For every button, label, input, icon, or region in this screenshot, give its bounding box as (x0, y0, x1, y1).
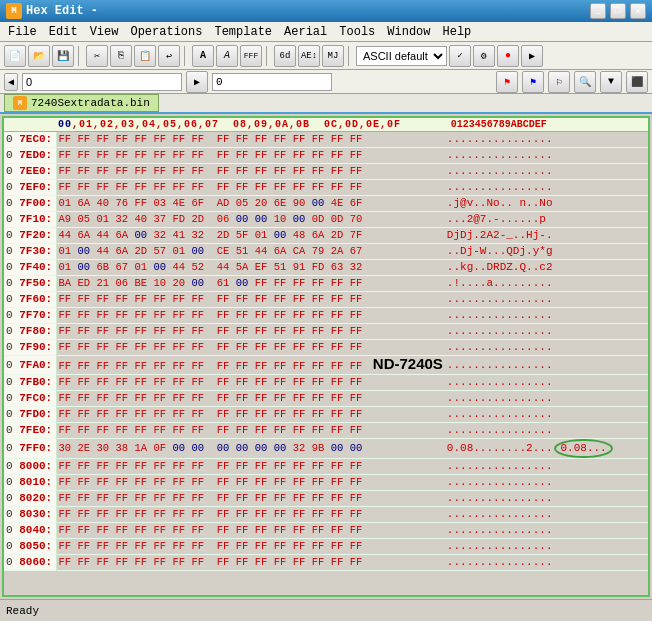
table-row: 0 7F40:01006B6701004452 445AEF5191FD6332… (4, 260, 648, 276)
menubar-item-tools[interactable]: Tools (333, 23, 381, 41)
row-ascii: 0.08........2...0.08... (445, 439, 648, 459)
encoding-go-button[interactable]: ✓ (449, 45, 471, 67)
ae-button[interactable]: AE↕ (298, 45, 320, 67)
italic-a-button[interactable]: A (216, 45, 238, 67)
arrow-right-button[interactable]: ▶ (186, 71, 208, 93)
flag1-button[interactable]: ⚑ (496, 71, 518, 93)
row-hex[interactable]: FFFFFFFFFFFFFFFF FFFFFFFFFFFFFFFF (56, 475, 445, 491)
row-address: 0 7F10: (4, 212, 56, 228)
row-ascii: ................ (445, 523, 648, 539)
save-button[interactable]: 💾 (52, 45, 74, 67)
main-content: 00,01,02,03,04,05,06,07 08,09,0A,0B 0C,0… (0, 114, 652, 599)
menubar-item-file[interactable]: File (2, 23, 43, 41)
row-hex[interactable]: 01006B6701004452 445AEF5191FD6332 (56, 260, 445, 276)
menubar-item-help[interactable]: Help (437, 23, 478, 41)
row-address: 0 8050: (4, 539, 56, 555)
row-hex[interactable]: FFFFFFFFFFFFFFFF FFFFFFFFFFFFFFFF (56, 391, 445, 407)
row-hex[interactable]: FFFFFFFFFFFFFFFF FFFFFFFFFFFFFFFF (56, 407, 445, 423)
encoding-select[interactable]: ASCII default (356, 46, 447, 66)
export-button[interactable]: ⬛ (626, 71, 648, 93)
arrow-left-button[interactable]: ◀ (4, 73, 18, 91)
menubar-item-template[interactable]: Template (208, 23, 278, 41)
menubar-item-window[interactable]: Window (381, 23, 436, 41)
file-tab[interactable]: M 7240Sextradata.bin (4, 94, 159, 112)
table-row: 0 7FA0:FFFFFFFFFFFFFFFF FFFFFFFFFFFFFFFF… (4, 356, 648, 375)
row-hex[interactable]: FFFFFFFFFFFFFFFF FFFFFFFFFFFFFFFFND-7240… (56, 356, 445, 375)
row-address: 0 7F20: (4, 228, 56, 244)
mj-button[interactable]: MJ (322, 45, 344, 67)
row-hex[interactable]: A90501324037FD2D 06000010000D0D70 (56, 212, 445, 228)
copy-button[interactable]: ⎘ (110, 45, 132, 67)
hex-table: 00,01,02,03,04,05,06,07 08,09,0A,0B 0C,0… (4, 118, 648, 571)
search-button[interactable]: 🔍 (574, 71, 596, 93)
row-address: 0 7EE0: (4, 164, 56, 180)
col-header-row: 00,01,02,03,04,05,06,07 08,09,0A,0B 0C,0… (4, 118, 648, 132)
row-hex[interactable]: FFFFFFFFFFFFFFFF FFFFFFFFFFFFFFFF (56, 555, 445, 571)
hex-area[interactable]: 00,01,02,03,04,05,06,07 08,09,0A,0B 0C,0… (2, 116, 650, 597)
row-hex[interactable]: 446A446A00324132 2D5F0100486A2D7F (56, 228, 445, 244)
menubar-item-operations[interactable]: Operations (124, 23, 208, 41)
minimize-button[interactable]: _ (590, 3, 606, 19)
table-row: 0 7EC0:FFFFFFFFFFFFFFFF FFFFFFFFFFFFFFFF… (4, 132, 648, 148)
offset-input[interactable] (22, 73, 182, 91)
fff-button[interactable]: FFF (240, 45, 262, 67)
settings-button[interactable]: ⚙ (473, 45, 495, 67)
table-row: 0 7F10:A90501324037FD2D 06000010000D0D70… (4, 212, 648, 228)
flag3-button[interactable]: ⚐ (548, 71, 570, 93)
flag2-button[interactable]: ⚑ (522, 71, 544, 93)
table-row: 0 7FD0:FFFFFFFFFFFFFFFF FFFFFFFFFFFFFFFF… (4, 407, 648, 423)
table-row: 0 8010:FFFFFFFFFFFFFFFF FFFFFFFFFFFFFFFF… (4, 475, 648, 491)
undo-button[interactable]: ↩ (158, 45, 180, 67)
menubar-item-view[interactable]: View (84, 23, 125, 41)
row-hex[interactable]: FFFFFFFFFFFFFFFF FFFFFFFFFFFFFFFF (56, 340, 445, 356)
row-hex[interactable]: FFFFFFFFFFFFFFFF FFFFFFFFFFFFFFFF (56, 491, 445, 507)
row-ascii: ...2@7.-......p (445, 212, 648, 228)
record-button[interactable]: ● (497, 45, 519, 67)
new-button[interactable]: 📄 (4, 45, 26, 67)
row-address: 0 8060: (4, 555, 56, 571)
row-hex[interactable]: FFFFFFFFFFFFFFFF FFFFFFFFFFFFFFFF (56, 539, 445, 555)
paste-button[interactable]: 📋 (134, 45, 156, 67)
row-hex[interactable]: FFFFFFFFFFFFFFFF FFFFFFFFFFFFFFFF (56, 308, 445, 324)
row-hex[interactable]: FFFFFFFFFFFFFFFF FFFFFFFFFFFFFFFF (56, 132, 445, 148)
separator2 (184, 46, 188, 66)
row-hex[interactable]: FFFFFFFFFFFFFFFF FFFFFFFFFFFFFFFF (56, 324, 445, 340)
row-ascii: ..Dj-W...QDj.y*g (445, 244, 648, 260)
row-hex[interactable]: FFFFFFFFFFFFFFFF FFFFFFFFFFFFFFFF (56, 423, 445, 439)
maximize-button[interactable]: □ (610, 3, 626, 19)
filter-button[interactable]: ▼ (600, 71, 622, 93)
menubar-item-edit[interactable]: Edit (43, 23, 84, 41)
row-hex[interactable]: FFFFFFFFFFFFFFFF FFFFFFFFFFFFFFFF (56, 507, 445, 523)
table-row: 0 8000:FFFFFFFFFFFFFFFF FFFFFFFFFFFFFFFF… (4, 459, 648, 475)
toolbar2: ◀ ▶ 0 ⚑ ⚑ ⚐ 🔍 ▼ ⬛ (0, 70, 652, 94)
row-hex[interactable]: BAED2106BE102000 6100FFFFFFFFFFFF (56, 276, 445, 292)
close-button[interactable]: ✕ (630, 3, 646, 19)
statusbar: Ready (0, 599, 652, 621)
row-address: 0 8020: (4, 491, 56, 507)
row-hex[interactable]: 302E30381A0F0000 00000000329B0000 (56, 439, 445, 459)
next-button[interactable]: ▶ (521, 45, 543, 67)
row-hex[interactable]: 016A4076FF034E6F AD05206E90004E6F (56, 196, 445, 212)
open-button[interactable]: 📂 (28, 45, 50, 67)
row-address: 0 7FB0: (4, 375, 56, 391)
table-row: 0 7FC0:FFFFFFFFFFFFFFFF FFFFFFFFFFFFFFFF… (4, 391, 648, 407)
row-hex[interactable]: FFFFFFFFFFFFFFFF FFFFFFFFFFFFFFFF (56, 180, 445, 196)
row-hex[interactable]: FFFFFFFFFFFFFFFF FFFFFFFFFFFFFFFF (56, 164, 445, 180)
col-header-hex: 00,01,02,03,04,05,06,07 08,09,0A,0B 0C,0… (56, 118, 445, 132)
bold-a-button[interactable]: A (192, 45, 214, 67)
6d-button[interactable]: 6d (274, 45, 296, 67)
row-ascii: ................ (445, 475, 648, 491)
row-address: 0 7F40: (4, 260, 56, 276)
row-hex[interactable]: FFFFFFFFFFFFFFFF FFFFFFFFFFFFFFFF (56, 459, 445, 475)
menubar-item-aerial[interactable]: Aerial (278, 23, 333, 41)
row-hex[interactable]: FFFFFFFFFFFFFFFF FFFFFFFFFFFFFFFF (56, 148, 445, 164)
cut-button[interactable]: ✂ (86, 45, 108, 67)
table-row: 0 7F20:446A446A00324132 2D5F0100486A2D7F… (4, 228, 648, 244)
row-hex[interactable]: 0100446A2D570100 CE51446ACA792A67 (56, 244, 445, 260)
table-row: 0 7F60:FFFFFFFFFFFFFFFF FFFFFFFFFFFFFFFF… (4, 292, 648, 308)
row-hex[interactable]: FFFFFFFFFFFFFFFF FFFFFFFFFFFFFFFF (56, 523, 445, 539)
row-ascii: ................ (445, 491, 648, 507)
table-row: 0 8030:FFFFFFFFFFFFFFFF FFFFFFFFFFFFFFFF… (4, 507, 648, 523)
row-hex[interactable]: FFFFFFFFFFFFFFFF FFFFFFFFFFFFFFFF (56, 292, 445, 308)
row-hex[interactable]: FFFFFFFFFFFFFFFF FFFFFFFFFFFFFFFF (56, 375, 445, 391)
